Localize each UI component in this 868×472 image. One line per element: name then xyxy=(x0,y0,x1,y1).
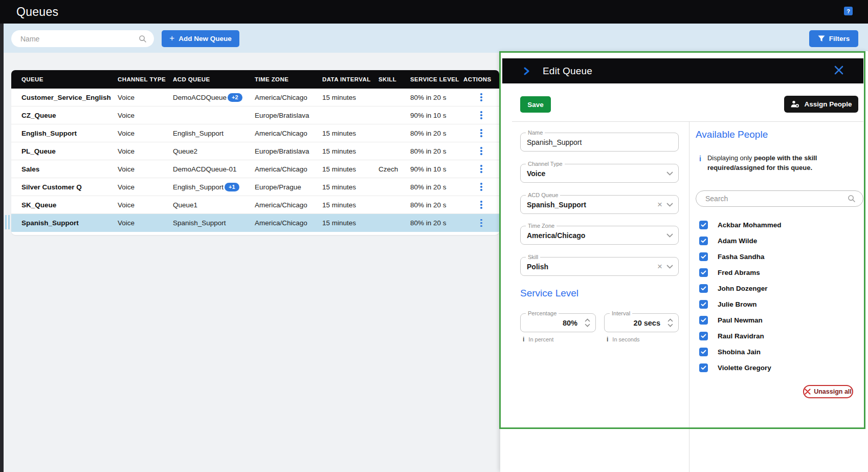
person-row[interactable]: Violette Gregory xyxy=(699,360,853,376)
row-actions-menu-button[interactable] xyxy=(463,181,499,193)
skill-select[interactable]: Skill Polish × xyxy=(520,257,679,276)
cell-time-zone: Europe/Bratislava xyxy=(255,147,322,155)
table-row[interactable]: Sales Voice DemoACDQueue-01 America/Chic… xyxy=(11,160,499,178)
people-search[interactable] xyxy=(696,190,863,207)
clear-icon[interactable]: × xyxy=(657,200,662,209)
table-row[interactable]: PL_Queue Voice Queue2 Europe/Bratislava … xyxy=(11,142,499,160)
checkbox-checked-icon[interactable] xyxy=(699,268,708,277)
col-skill: SKILL xyxy=(379,76,410,82)
cell-queue-name: CZ_Queue xyxy=(21,112,118,119)
page-title: Queues xyxy=(16,5,58,19)
row-actions-menu-button[interactable] xyxy=(463,91,499,103)
drawer-resize-handle[interactable] xyxy=(5,215,10,229)
chevron-down-icon[interactable] xyxy=(666,265,673,269)
cell-channel-type: Voice xyxy=(118,219,173,227)
interval-hint: i In seconds xyxy=(607,336,640,343)
cell-service-level: 90% in 10 s xyxy=(410,112,463,119)
person-row[interactable]: Paul Newman xyxy=(699,312,853,328)
row-actions-menu-button[interactable] xyxy=(463,163,499,175)
row-actions-menu-button[interactable] xyxy=(463,145,499,157)
cell-acd-queue: English_Support +1 xyxy=(173,183,255,191)
cell-queue-name: English_Support xyxy=(21,130,118,137)
checkbox-checked-icon[interactable] xyxy=(699,348,708,356)
name-field[interactable]: Name Spanish_Support xyxy=(520,133,679,152)
percentage-hint: i In percent xyxy=(523,336,553,343)
channel-type-select[interactable]: Channel Type Voice xyxy=(520,164,679,183)
table-row[interactable]: Spanish_Support Voice Spanish_Support Am… xyxy=(11,214,499,232)
person-row[interactable]: Shobina Jain xyxy=(699,344,853,360)
stepper-arrows-icon[interactable] xyxy=(667,318,673,327)
help-icon[interactable]: ? xyxy=(844,7,853,15)
assign-people-button[interactable]: Assign People xyxy=(784,96,858,113)
info-icon: i xyxy=(607,336,608,343)
close-icon[interactable] xyxy=(834,66,843,75)
person-row[interactable]: Fasha Sandha xyxy=(699,249,853,265)
cell-acd-queue: Queue1 xyxy=(173,201,255,209)
person-row[interactable]: John Dozenger xyxy=(699,281,853,296)
checkbox-checked-icon[interactable] xyxy=(699,252,708,261)
edit-queue-header: Edit Queue xyxy=(502,58,863,83)
queue-name-search-input[interactable] xyxy=(20,35,139,43)
save-button[interactable]: Save xyxy=(520,96,551,113)
checkbox-checked-icon[interactable] xyxy=(699,284,708,293)
chevron-down-icon[interactable] xyxy=(666,203,673,207)
person-row[interactable]: Julie Brown xyxy=(699,296,853,312)
row-actions-menu-button[interactable] xyxy=(463,109,499,121)
add-new-queue-button[interactable]: + Add New Queue xyxy=(162,30,239,47)
table-row[interactable]: Silver Customer Q Voice English_Support … xyxy=(11,178,499,196)
row-actions-menu-button[interactable] xyxy=(463,199,499,211)
table-row[interactable]: English_Support Voice English_Support Am… xyxy=(11,124,499,142)
row-actions-menu-button[interactable] xyxy=(463,217,499,229)
kebab-menu-icon xyxy=(475,181,487,193)
checkbox-checked-icon[interactable] xyxy=(699,300,708,309)
checkbox-checked-icon[interactable] xyxy=(699,363,708,372)
acd-queue-select[interactable]: ACD Queue Spanish_Support × xyxy=(520,195,679,214)
stepper-arrows-icon[interactable] xyxy=(585,318,590,327)
queue-name-search[interactable] xyxy=(11,30,154,47)
cell-service-level: 80% in 20 s xyxy=(410,147,463,155)
cell-channel-type: Voice xyxy=(118,130,173,137)
queues-table: QUEUE CHANNEL TYPE ACD QUEUE TIME ZONE D… xyxy=(11,70,499,235)
row-actions-menu-button[interactable] xyxy=(463,127,499,139)
cell-acd-queue: DemoACDQueue +2 xyxy=(173,93,255,102)
chevron-down-icon[interactable] xyxy=(666,233,673,238)
kebab-menu-icon xyxy=(475,217,487,229)
cell-time-zone: Europe/Prague xyxy=(255,183,322,191)
person-row[interactable]: Adam Wilde xyxy=(699,233,853,249)
people-search-input[interactable] xyxy=(705,195,848,203)
interval-stepper[interactable]: Interval 20 secs xyxy=(604,313,679,332)
table-row[interactable]: SK_Queue Voice Queue1 America/Chicago 15… xyxy=(11,196,499,214)
checkbox-checked-icon[interactable] xyxy=(699,221,708,229)
cell-service-level: 90% in 10 s xyxy=(410,165,463,173)
person-row[interactable]: Raul Ravidran xyxy=(699,328,853,344)
checkbox-checked-icon[interactable] xyxy=(699,332,708,340)
kebab-menu-icon xyxy=(475,163,487,175)
collapse-drawer-icon[interactable] xyxy=(524,67,529,75)
cell-service-level: 80% in 20 s xyxy=(410,219,463,227)
queues-toolbar: + Add New Queue Filters xyxy=(0,24,868,53)
collapsed-nav-strip xyxy=(0,24,4,472)
person-row[interactable]: Ackbar Mohammed xyxy=(699,217,853,233)
time-zone-select[interactable]: Time Zone America/Chicago xyxy=(520,226,679,245)
person-row[interactable]: Fred Abrams xyxy=(699,265,853,281)
checkbox-checked-icon[interactable] xyxy=(699,316,708,325)
checkbox-checked-icon[interactable] xyxy=(699,237,708,245)
percentage-stepper[interactable]: Percentage 80% xyxy=(520,313,596,332)
drawer-title: Edit Queue xyxy=(543,66,592,77)
filters-button[interactable]: Filters xyxy=(809,30,858,47)
info-icon: i xyxy=(523,336,524,343)
clear-icon[interactable]: × xyxy=(657,262,662,271)
cell-time-zone: Europe/Bratislava xyxy=(255,112,322,119)
cell-channel-type: Voice xyxy=(118,183,173,191)
unassign-all-button[interactable]: Unassign all xyxy=(803,385,853,398)
person-name: Fred Abrams xyxy=(718,269,760,276)
chevron-down-icon[interactable] xyxy=(666,171,673,176)
cell-channel-type: Voice xyxy=(118,147,173,155)
x-icon xyxy=(805,389,811,395)
plus-icon: + xyxy=(169,33,174,44)
cell-queue-name: Silver Customer Q xyxy=(21,183,118,191)
table-header-row: QUEUE CHANNEL TYPE ACD QUEUE TIME ZONE D… xyxy=(11,70,499,89)
table-row[interactable]: CZ_Queue Voice Europe/Bratislava 90% in … xyxy=(11,106,499,124)
table-row[interactable]: Customer_Service_English Voice DemoACDQu… xyxy=(11,89,499,106)
cell-data-interval: 15 minutes xyxy=(322,147,379,155)
